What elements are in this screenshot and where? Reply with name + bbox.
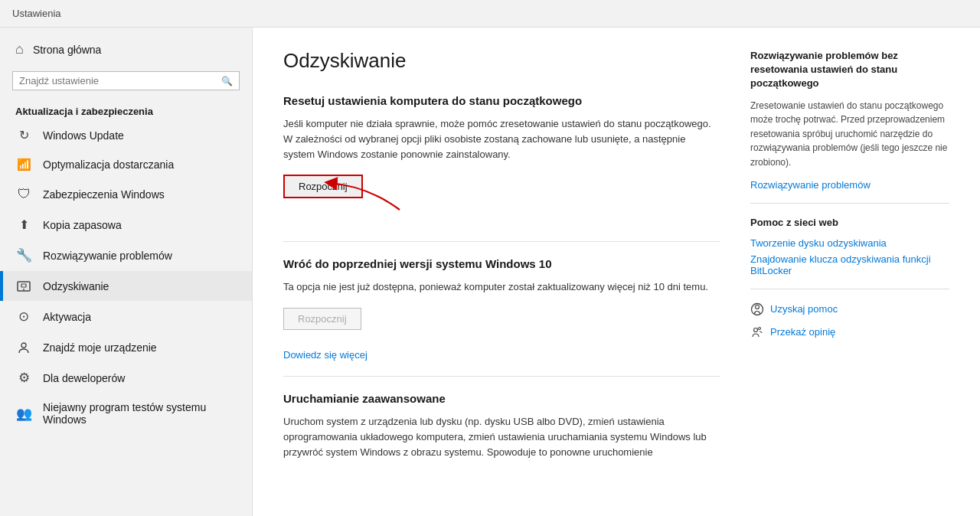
learn-more-link[interactable]: Dowiedz się więcej	[283, 349, 368, 361]
divider1	[283, 241, 720, 242]
home-icon: ⌂	[15, 41, 24, 57]
sidebar-item-windows-update[interactable]: ↻ Windows Update	[0, 120, 252, 150]
section2-start-button: Rozpocznij	[283, 308, 361, 330]
section3-title: Uruchamianie zaawansowane	[283, 392, 720, 405]
sidebar-item-zabezpieczenia[interactable]: 🛡 Zabezpieczenia Windows	[0, 179, 252, 210]
sidebar-section-label: Aktualizacja i zabezpieczenia	[0, 100, 252, 120]
content-left: Odzyskiwanie Resetuj ustawienia komputer…	[283, 49, 720, 495]
content-right: Rozwiązywanie problemów bez resetowania …	[750, 49, 949, 495]
sidebar-item-label: Kopia zapasowa	[43, 219, 122, 231]
section-rollback: Wróć do poprzedniej wersji systemu Windo…	[283, 257, 720, 360]
sidebar-item-label: Optymalizacja dostarczania	[43, 158, 174, 171]
section1-desc: Jeśli komputer nie działa sprawnie, może…	[283, 116, 720, 162]
section3-desc: Uruchom system z urządzenia lub dysku (n…	[283, 414, 720, 460]
search-icon: 🔍	[221, 76, 233, 87]
activation-icon: ⊙	[15, 309, 32, 325]
top-bar: Ustawienia	[0, 0, 980, 28]
svg-rect-2	[21, 284, 26, 287]
chart-icon: 📶	[15, 158, 32, 171]
sidebar-item-deweloperzy[interactable]: ⚙ Dla deweloperów	[0, 362, 252, 394]
divider2	[283, 376, 720, 377]
section2-title: Wróć do poprzedniej wersji systemu Windo…	[283, 257, 720, 270]
bitlocker-link[interactable]: Znajdowanie klucza odzyskiwania funkcji …	[750, 253, 949, 276]
right-section1-desc: Zresetowanie ustawień do stanu początkow…	[750, 99, 949, 170]
feedback-label: Przekaż opinię	[770, 326, 835, 338]
sidebar-item-aktywacja[interactable]: ⊙ Aktywacja	[0, 301, 252, 332]
svg-point-6	[756, 305, 760, 309]
recovery-icon	[15, 279, 32, 293]
svg-point-3	[21, 343, 26, 348]
wrench-icon: 🔧	[15, 247, 32, 263]
find-device-icon	[15, 340, 32, 354]
svg-point-8	[759, 328, 761, 330]
app-title: Ustawienia	[12, 8, 61, 19]
svg-point-7	[754, 328, 758, 332]
sidebar-item-niejawny[interactable]: 👥 Niejawny program testów systemu Window…	[0, 394, 252, 433]
section2-desc: Ta opcja nie jest już dostępna, ponieważ…	[283, 279, 720, 295]
sidebar-item-label: Niejawny program testów systemu Windows	[43, 401, 237, 426]
feedback-icon	[750, 325, 764, 340]
help-item-get-help[interactable]: Uzyskaj pomoc	[750, 302, 949, 317]
sidebar-item-odzyskiwanie[interactable]: Odzyskiwanie	[0, 271, 252, 301]
sidebar-home-label: Strona główna	[33, 44, 102, 56]
section-advanced: Uruchamianie zaawansowane Uruchom system…	[283, 392, 720, 460]
shield-icon: 🛡	[15, 187, 32, 202]
sidebar-item-label: Windows Update	[43, 129, 124, 142]
main-content: Odzyskiwanie Resetuj ustawienia komputer…	[253, 28, 980, 516]
recovery-disk-link[interactable]: Tworzenie dysku odzyskiwania	[750, 237, 949, 249]
main-layout: ⌂ Strona główna 🔍 Aktualizacja i zabezpi…	[0, 28, 980, 516]
right-troubleshoot-link[interactable]: Rozwiązywanie problemów	[750, 179, 949, 191]
right-divider2	[750, 289, 949, 289]
sidebar-item-label: Odzyskiwanie	[43, 280, 109, 292]
help-icon	[750, 302, 764, 317]
svg-point-1	[23, 289, 24, 290]
sidebar-item-label: Dla deweloperów	[43, 372, 125, 384]
backup-icon: ⬆	[15, 217, 32, 232]
section1-start-button[interactable]: Rozpocznij	[283, 175, 363, 198]
right-divider	[750, 203, 949, 204]
developer-icon: ⚙	[15, 370, 32, 386]
page-title: Odzyskiwanie	[283, 49, 720, 73]
sidebar-item-rozwiazywanie[interactable]: 🔧 Rozwiązywanie problemów	[0, 240, 252, 271]
insider-icon: 👥	[15, 406, 32, 422]
search-input[interactable]	[19, 75, 217, 87]
sidebar-item-label: Zabezpieczenia Windows	[43, 188, 165, 201]
section1-title: Resetuj ustawienia komputera do stanu po…	[283, 94, 720, 107]
right-section2-title: Pomoc z sieci web	[750, 216, 949, 230]
sidebar-item-znajdz[interactable]: Znajdź moje urządzenie	[0, 332, 252, 362]
right-section1-title: Rozwiązywanie problemów bez resetowania …	[750, 49, 949, 91]
sidebar-item-label: Aktywacja	[43, 311, 91, 323]
search-box: 🔍	[12, 71, 240, 90]
get-help-label: Uzyskaj pomoc	[770, 303, 838, 315]
update-icon: ↻	[15, 128, 32, 142]
section-reset: Resetuj ustawienia komputera do stanu po…	[283, 94, 720, 235]
sidebar-item-optymalizacja[interactable]: 📶 Optymalizacja dostarczania	[0, 150, 252, 179]
sidebar-item-home[interactable]: ⌂ Strona główna	[0, 34, 252, 65]
sidebar-item-label: Rozwiązywanie problemów	[43, 250, 172, 262]
sidebar: ⌂ Strona główna 🔍 Aktualizacja i zabezpi…	[0, 28, 253, 516]
section1-btn-container: Rozpocznij	[283, 175, 363, 217]
sidebar-item-kopia[interactable]: ⬆ Kopia zapasowa	[0, 210, 252, 240]
help-item-feedback[interactable]: Przekaż opinię	[750, 325, 949, 340]
sidebar-item-label: Znajdź moje urządzenie	[43, 341, 157, 354]
